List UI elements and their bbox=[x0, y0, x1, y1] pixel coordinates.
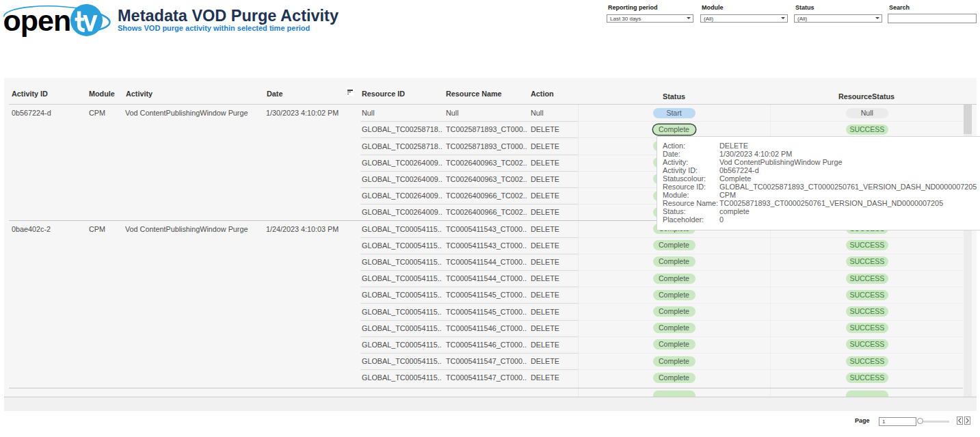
svg-text:open: open bbox=[3, 4, 71, 37]
